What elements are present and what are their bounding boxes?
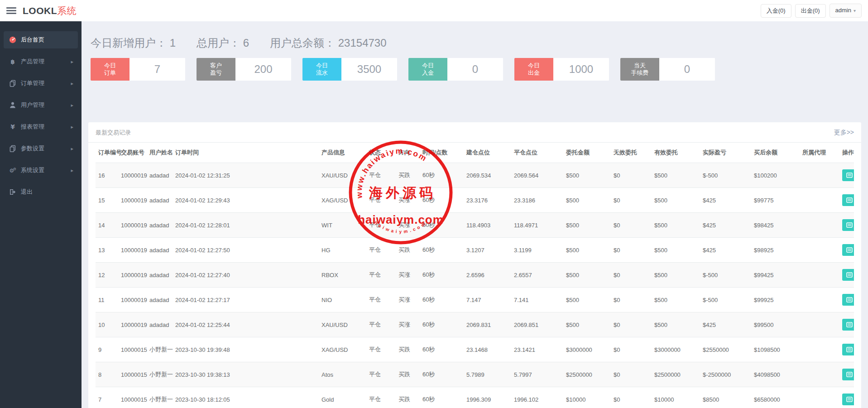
cell-close-price: 23.3186 <box>514 188 566 213</box>
cell-status: 平仓 <box>369 163 398 188</box>
sidebar-item-users[interactable]: 用户管理 ▸ <box>4 96 78 114</box>
summary-stats: 今日新增用户： 1 总用户： 6 用户总余额： 23154730 <box>88 36 861 50</box>
cell-user-name: adadad <box>149 213 175 238</box>
summary-total-users: 总用户： 6 <box>197 36 249 50</box>
cell-amount: $500 <box>566 263 614 288</box>
cell-valid-amount: $500 <box>654 312 703 337</box>
cell-close-price: 5.7997 <box>514 362 566 387</box>
user-menu-dropdown[interactable]: admin▾ <box>830 4 862 18</box>
sidebar-item-label: 退出 <box>21 188 33 196</box>
cell-invalid-amount: $0 <box>614 288 654 312</box>
cell-invalid-amount: $0 <box>614 238 654 263</box>
cell-balance: $99425 <box>754 263 802 288</box>
cell-agent <box>802 312 842 337</box>
cell-product: NIO <box>321 288 369 312</box>
cell-balance: $1098500 <box>754 337 802 362</box>
column-header: 用户姓名 <box>149 143 175 163</box>
more-link[interactable]: 更多>> <box>834 129 854 137</box>
cell-profit: $-500 <box>703 288 754 312</box>
cell-balance: $100200 <box>754 163 802 188</box>
chevron-right-icon: ▸ <box>71 81 73 86</box>
column-header: 委托金额 <box>566 143 614 163</box>
row-detail-button[interactable] <box>842 319 854 331</box>
row-detail-button[interactable] <box>842 394 854 405</box>
cell-action <box>842 288 854 312</box>
cell-status: 平仓 <box>369 288 398 312</box>
cell-product: XAG/USD <box>321 337 369 362</box>
sidebar-item-label: 报表管理 <box>21 123 44 131</box>
cell-direction: 买涨 <box>398 263 422 288</box>
cell-status: 平仓 <box>369 387 398 408</box>
cell-open-price: 23.1468 <box>466 337 514 362</box>
withdraw-button[interactable]: 出金(0) <box>795 4 826 18</box>
row-detail-button[interactable] <box>842 194 854 206</box>
column-header: 操作 <box>842 143 854 163</box>
cell-valid-amount: $500 <box>654 263 703 288</box>
row-detail-button[interactable] <box>842 344 854 355</box>
cell-valid-amount: $2500000 <box>654 362 703 387</box>
stat-card: 今日流水 3500 <box>302 58 397 81</box>
cell-profit: $8500 <box>703 387 754 408</box>
stat-card-value: 0 <box>447 58 503 81</box>
cell-action <box>842 312 854 337</box>
row-detail-button[interactable] <box>842 244 854 256</box>
chevron-right-icon: ▸ <box>71 59 73 65</box>
trade-row: 1410000019adadad2024-01-02 12:28:01WIT平仓… <box>96 213 854 238</box>
sidebar-item-logout[interactable]: 退出 ▸ <box>4 183 78 201</box>
deposit-button[interactable]: 入金(0) <box>761 4 791 18</box>
cell-status: 平仓 <box>369 238 398 263</box>
sidebar-item-reports[interactable]: 报表管理 ▸ <box>4 118 78 135</box>
stat-card-label: 今日出金 <box>514 58 553 81</box>
cell-close-price: 2.6557 <box>514 263 566 288</box>
row-detail-button[interactable] <box>842 369 854 380</box>
trade-row: 1010000019adadad2024-01-02 12:25:44XAU/U… <box>96 312 854 337</box>
cell-duration: 60秒 <box>422 288 466 312</box>
row-detail-button[interactable] <box>842 169 854 181</box>
summary-total-users-value: 6 <box>243 37 249 49</box>
sidebar-item-params[interactable]: 参数设置 ▸ <box>4 140 78 157</box>
column-header: 建仓点位 <box>466 143 514 163</box>
cell-product: HG <box>321 238 369 263</box>
column-header: 订单时间 <box>175 143 321 163</box>
hamburger-menu-icon[interactable] <box>6 6 16 15</box>
stat-card-value: 7 <box>129 58 185 81</box>
cell-direction: 买涨 <box>398 312 422 337</box>
column-header: 方向 <box>398 143 422 163</box>
stat-card-label: 客户盈亏 <box>197 58 235 81</box>
cell-invalid-amount: $0 <box>614 312 654 337</box>
row-detail-button[interactable] <box>842 269 854 281</box>
cell-open-price: 5.7989 <box>466 362 514 387</box>
stat-card-value: 200 <box>235 58 291 81</box>
stat-card: 客户盈亏 200 <box>197 58 291 81</box>
user-menu-label: admin <box>835 7 851 14</box>
column-header: 平仓点位 <box>514 143 566 163</box>
row-detail-button[interactable] <box>842 294 854 306</box>
cell-agent <box>802 263 842 288</box>
sidebar-item-orders[interactable]: 订单管理 ▸ <box>4 75 78 92</box>
cell-valid-amount: $10000 <box>654 387 703 408</box>
cell-profit: $425 <box>703 238 754 263</box>
chevron-right-icon: ▸ <box>71 124 73 130</box>
brand-name: LOOKL <box>23 5 57 16</box>
sidebar: 后台首页 ▸ 产品管理 ▸ 订单管理 ▸ 用户管理 ▸ 报表管理 ▸ 参数设置 … <box>0 21 82 408</box>
cell-action <box>842 362 854 387</box>
cell-balance: $4098500 <box>754 362 802 387</box>
cell-close-price: 23.1421 <box>514 337 566 362</box>
cell-user-name: 小野新一 <box>149 337 175 362</box>
cell-action <box>842 263 854 288</box>
cell-account: 10000015 <box>121 362 149 387</box>
cell-product: XAU/USD <box>321 312 369 337</box>
trade-row: 1610000019adadad2024-01-02 12:31:25XAU/U… <box>96 163 854 188</box>
brand-logo: LOOKL系统 <box>23 5 77 17</box>
sidebar-item-system[interactable]: 系统设置 ▸ <box>4 162 78 179</box>
cell-status: 平仓 <box>369 362 398 387</box>
cell-profit: $-500 <box>703 163 754 188</box>
cell-open-price: 2.6596 <box>466 263 514 288</box>
cell-duration: 60秒 <box>422 188 466 213</box>
sidebar-item-products[interactable]: 产品管理 ▸ <box>4 53 78 70</box>
row-detail-button[interactable] <box>842 219 854 231</box>
gears-icon <box>9 167 16 174</box>
sidebar-item-home[interactable]: 后台首页 ▸ <box>4 31 78 48</box>
cell-account: 10000019 <box>121 238 149 263</box>
sidebar-item-label: 订单管理 <box>21 79 44 87</box>
